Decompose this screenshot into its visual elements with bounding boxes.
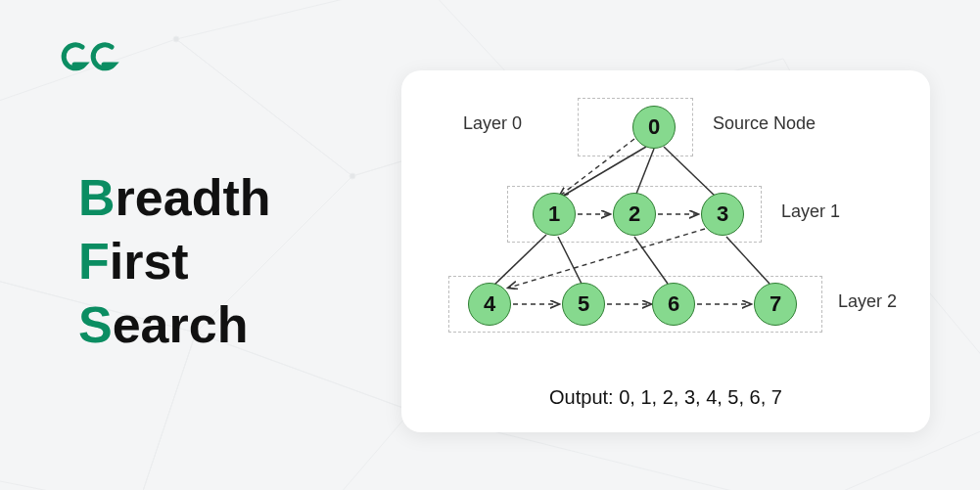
node-2: 2 (613, 193, 656, 236)
title-line-3: Search (78, 293, 270, 357)
svg-line-13 (560, 139, 634, 196)
diagram-card: Layer 0 Source Node Layer 1 Layer 2 (401, 70, 930, 432)
node-0: 0 (632, 106, 676, 149)
svg-line-12 (726, 237, 770, 284)
node-5: 5 (562, 283, 605, 326)
node-4: 4 (468, 283, 511, 326)
output-label: Output: (549, 386, 614, 408)
node-7: 7 (754, 283, 797, 326)
title-accent-1: B (78, 169, 116, 226)
layer-1-label: Layer 1 (781, 201, 840, 222)
node-1: 1 (533, 193, 576, 236)
title-line-2: First (78, 230, 270, 293)
svg-line-10 (558, 237, 582, 284)
title-accent-2: F (78, 233, 110, 290)
svg-line-7 (636, 149, 654, 194)
title-rest-2: irst (110, 233, 189, 290)
svg-line-16 (509, 229, 705, 288)
svg-point-1 (350, 173, 355, 179)
logo-icon (61, 41, 119, 78)
output-sequence: 0, 1, 2, 3, 4, 5, 6, 7 (619, 386, 782, 408)
node-6: 6 (652, 283, 695, 326)
source-node-label: Source Node (713, 113, 816, 134)
svg-point-0 (173, 36, 179, 42)
svg-line-6 (560, 147, 646, 198)
title: Breadth First Search (78, 166, 270, 357)
title-line-1: Breadth (78, 166, 270, 230)
layer-2-label: Layer 2 (838, 291, 897, 312)
output-text: Output: 0, 1, 2, 3, 4, 5, 6, 7 (401, 386, 930, 409)
title-accent-3: S (78, 296, 113, 353)
svg-line-9 (493, 235, 546, 286)
bfs-diagram: Layer 0 Source Node Layer 1 Layer 2 (401, 70, 930, 432)
svg-line-11 (634, 237, 668, 284)
title-rest-1: readth (116, 169, 271, 226)
title-rest-3: earch (113, 296, 249, 353)
svg-line-8 (664, 147, 717, 198)
layer-0-label: Layer 0 (463, 113, 522, 134)
node-3: 3 (701, 193, 744, 236)
